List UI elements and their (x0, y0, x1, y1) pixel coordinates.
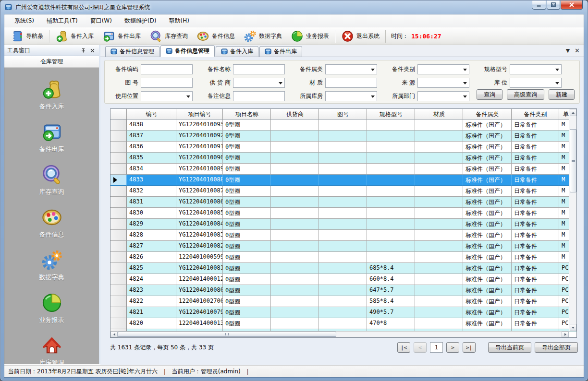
table-cell[interactable]: YG12204010090 (176, 153, 223, 164)
table-cell[interactable]: 4838 (127, 119, 176, 131)
search-button[interactable]: 查询 (477, 89, 502, 100)
menu-item[interactable]: 系统(S) (8, 15, 40, 27)
table-cell[interactable] (271, 274, 319, 285)
table-cell[interactable]: 4823 (127, 285, 176, 296)
filter-input-1-2[interactable] (233, 64, 285, 74)
export-all-pages-button[interactable]: 导出全部页 (535, 342, 578, 353)
row-selector-cell[interactable] (110, 186, 127, 197)
table-cell[interactable] (415, 197, 463, 208)
table-row-selected[interactable]: 4833YG122040100880型圈标准件（国产）日常备件M (110, 175, 577, 186)
table-cell[interactable]: 490*5.7 (367, 307, 415, 318)
table-cell[interactable] (415, 241, 463, 252)
table-cell[interactable]: 4834 (127, 164, 176, 175)
table-cell[interactable]: 标准件（国产） (463, 186, 512, 197)
toolbar-button-2[interactable]: 备件入库 (51, 28, 98, 44)
table-cell[interactable]: 0型圈 (223, 252, 271, 263)
table-row[interactable]: 4831YG122040100860型圈标准件（国产）日常备件M (110, 197, 577, 208)
menu-item[interactable]: 数据维护(D) (118, 15, 163, 27)
table-cell[interactable]: 0型圈 (223, 219, 271, 230)
filter-select-3-1[interactable] (141, 91, 193, 101)
table-cell[interactable] (415, 208, 463, 219)
table-cell[interactable]: 标准件（国产） (463, 219, 512, 230)
table-row[interactable]: 4832YG122040100870型圈标准件（国产）日常备件M (110, 186, 577, 197)
table-cell[interactable]: 日常备件 (512, 219, 559, 230)
row-selector-cell[interactable] (110, 153, 127, 164)
table-cell[interactable] (367, 131, 415, 142)
table-cell[interactable]: 0型圈 (223, 175, 271, 186)
table-cell[interactable]: 标准件（国产） (463, 274, 512, 285)
sidebar-item-house[interactable]: 库房管理 (4, 334, 99, 365)
table-row[interactable]: 4823YG122040100800型圈647*5.7标准件（国产）日常备件PC (110, 285, 577, 296)
close-button[interactable] (561, 0, 583, 10)
table-cell[interactable]: 0型圈 (223, 274, 271, 285)
table-cell[interactable] (415, 230, 463, 241)
table-cell[interactable] (367, 153, 415, 164)
table-cell[interactable] (271, 131, 319, 142)
toolbar-button-8[interactable]: 退出系统 (337, 28, 384, 44)
table-cell[interactable]: 0型圈 (223, 263, 271, 274)
toolbar-button-4[interactable]: 库存查询 (145, 28, 192, 44)
table-cell[interactable]: 日常备件 (512, 241, 559, 252)
table-cell[interactable] (415, 296, 463, 307)
column-header[interactable]: 项目名称 (223, 109, 271, 119)
table-cell[interactable]: 标准件（国产） (463, 230, 512, 241)
table-cell[interactable] (415, 318, 463, 329)
table-row[interactable]: 482612204010005990型圈标准件（国产）日常备件M (110, 252, 577, 263)
table-cell[interactable] (319, 142, 367, 153)
minimize-button[interactable] (532, 0, 546, 10)
row-selector-cell[interactable] (110, 119, 127, 131)
column-header[interactable]: 项目编号 (176, 109, 223, 119)
table-cell[interactable]: 标准件（国产） (463, 318, 512, 329)
table-cell[interactable]: 日常备件 (512, 119, 559, 131)
toolbar-button-1[interactable]: 导航条 (6, 28, 48, 44)
prev-page-button[interactable]: < (414, 342, 427, 353)
last-page-button[interactable]: >| (463, 342, 476, 353)
sidebar-item-palette[interactable]: 备件信息 (4, 206, 99, 239)
table-row[interactable]: 4830YG122040100850型圈标准件（国产）日常备件M (110, 208, 577, 219)
table-cell[interactable] (319, 197, 367, 208)
table-cell[interactable]: 4820 (127, 318, 176, 329)
table-cell[interactable]: 4837 (127, 131, 176, 142)
table-cell[interactable]: 标准件（国产） (463, 307, 512, 318)
table-cell[interactable]: 1220401000599 (176, 252, 223, 263)
table-cell[interactable]: 日常备件 (512, 263, 559, 274)
table-cell[interactable]: 4826 (127, 252, 176, 263)
table-cell[interactable] (271, 142, 319, 153)
column-header[interactable]: 供货商 (271, 109, 319, 119)
advanced-search-button[interactable]: 高级查询 (507, 89, 544, 100)
table-cell[interactable] (367, 208, 415, 219)
table-cell[interactable]: 4829 (127, 219, 176, 230)
column-header[interactable]: 编号 (127, 109, 176, 119)
table-cell[interactable] (271, 197, 319, 208)
table-cell[interactable]: 0型圈 (223, 153, 271, 164)
table-cell[interactable] (271, 241, 319, 252)
sidebar-close-icon[interactable] (88, 47, 96, 54)
table-cell[interactable] (271, 219, 319, 230)
table-cell[interactable]: 660*8.4 (367, 274, 415, 285)
table-row[interactable]: 4838YG122040100930型圈标准件（国产）日常备件M (110, 119, 577, 131)
table-cell[interactable] (367, 142, 415, 153)
table-cell[interactable] (271, 186, 319, 197)
table-row[interactable]: 4836YG122040100910型圈标准件（国产）日常备件M (110, 142, 577, 153)
table-cell[interactable] (319, 186, 367, 197)
table-cell[interactable] (319, 153, 367, 164)
sidebar-item-gears[interactable]: 数据字典 (4, 249, 99, 282)
table-row[interactable]: 4834YG122040100890型圈标准件（国产）日常备件M (110, 164, 577, 175)
table-cell[interactable]: 标准件（国产） (463, 175, 512, 186)
table-cell[interactable] (367, 119, 415, 131)
table-cell[interactable] (415, 274, 463, 285)
table-cell[interactable]: 4828 (127, 230, 176, 241)
table-cell[interactable] (319, 318, 367, 329)
table-cell[interactable]: 1220401002700 (176, 296, 223, 307)
toolbar-button-6[interactable]: 数据字典 (239, 28, 286, 44)
table-cell[interactable] (271, 164, 319, 175)
tab-close-icon[interactable]: ✕ (575, 47, 580, 54)
filter-select-1-3[interactable] (325, 64, 377, 74)
filter-input-2-1[interactable] (141, 78, 193, 88)
row-selector-cell[interactable] (110, 164, 127, 175)
table-cell[interactable]: 4824 (127, 274, 176, 285)
table-cell[interactable]: 0型圈 (223, 296, 271, 307)
menu-item[interactable]: 辅助工具(T) (40, 15, 84, 27)
table-row[interactable]: 4835YG122040100900型圈标准件（国产）日常备件M (110, 153, 577, 164)
table-row[interactable]: 4828YG122040100830型圈标准件（国产）日常备件M (110, 230, 577, 241)
